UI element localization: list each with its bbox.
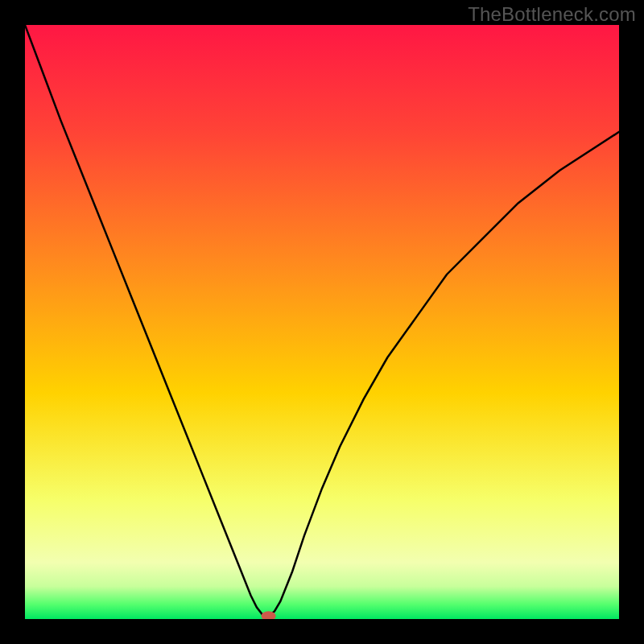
gradient-background xyxy=(25,25,619,619)
watermark-text: TheBottleneck.com xyxy=(468,3,636,26)
plot-area xyxy=(25,25,619,619)
chart-frame: TheBottleneck.com xyxy=(0,0,644,644)
chart-svg xyxy=(25,25,619,619)
